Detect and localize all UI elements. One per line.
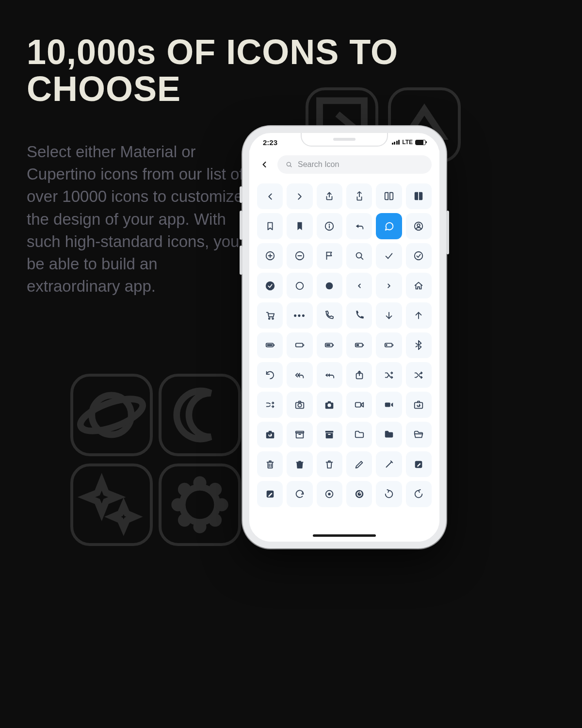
check-circle-icon[interactable] — [406, 243, 432, 269]
share-box-icon[interactable] — [346, 362, 372, 388]
shuffle-icon[interactable] — [376, 362, 402, 388]
svg-rect-55 — [415, 402, 423, 408]
svg-line-13 — [290, 165, 291, 167]
home-icon[interactable] — [406, 273, 432, 298]
camera-rotate-icon[interactable] — [406, 392, 432, 417]
shuffle-alt-icon[interactable] — [406, 362, 432, 388]
battery-empty-icon[interactable] — [287, 332, 312, 358]
svg-marker-52 — [361, 402, 363, 407]
folder-fill-icon[interactable] — [376, 422, 402, 447]
circle-fill-icon[interactable] — [317, 273, 342, 298]
info-circle-icon[interactable] — [317, 213, 342, 239]
book-open-icon[interactable] — [376, 183, 402, 209]
page-body-copy: Select either Material or Cupertino icon… — [27, 141, 250, 298]
svg-point-29 — [326, 282, 333, 289]
svg-rect-35 — [267, 345, 272, 347]
check-circle-fill-icon[interactable] — [257, 273, 283, 298]
battery-full-icon[interactable] — [257, 332, 283, 358]
chevron-right-small-icon[interactable] — [376, 273, 402, 298]
trash-icon[interactable] — [257, 451, 283, 477]
svg-rect-53 — [385, 402, 390, 407]
bookmark-icon[interactable] — [257, 213, 283, 239]
icon-grid: ••• — [249, 181, 439, 527]
flag-icon[interactable] — [317, 243, 342, 269]
undo-icon[interactable] — [257, 362, 283, 388]
trash-alt-icon[interactable] — [317, 451, 342, 477]
check-icon[interactable] — [376, 243, 402, 269]
video-fill-icon[interactable] — [376, 392, 402, 417]
svg-rect-63 — [296, 462, 304, 463]
battery-icon — [415, 140, 426, 145]
svg-point-69 — [355, 490, 363, 498]
search-input[interactable]: Search Icon — [277, 155, 432, 174]
svg-line-25 — [361, 258, 363, 260]
back-button[interactable] — [257, 157, 272, 172]
chevron-left-small-icon[interactable] — [346, 273, 372, 298]
battery-50-icon[interactable] — [346, 332, 372, 358]
svg-point-4 — [196, 480, 203, 486]
folder-open-icon[interactable] — [406, 422, 432, 447]
camera-fill-icon[interactable] — [317, 392, 342, 417]
svg-point-2 — [77, 393, 146, 438]
trash-fill-icon[interactable] — [287, 451, 312, 477]
svg-rect-46 — [386, 345, 388, 347]
status-network: LTE — [402, 139, 413, 146]
search-placeholder: Search Icon — [298, 160, 339, 169]
plus-circle-icon[interactable] — [257, 243, 283, 269]
archive-icon[interactable] — [287, 422, 312, 447]
folder-icon[interactable] — [346, 422, 372, 447]
bg-tile-sparkles-icon — [70, 463, 153, 546]
camera-rotate-fill-icon[interactable] — [257, 422, 283, 447]
svg-point-7 — [218, 501, 225, 508]
shuffle-2-icon[interactable] — [257, 392, 283, 417]
user-circle-icon[interactable] — [406, 213, 432, 239]
target-icon[interactable] — [317, 481, 342, 507]
arrow-down-icon[interactable] — [376, 302, 402, 328]
edit-square-fill-icon[interactable] — [257, 481, 283, 507]
refresh-cw-icon[interactable] — [287, 481, 312, 507]
minus-circle-icon[interactable] — [287, 243, 312, 269]
svg-point-6 — [175, 501, 181, 508]
phone-fill-icon[interactable] — [346, 302, 372, 328]
rotate-cw-icon[interactable] — [376, 481, 402, 507]
pencil-icon[interactable] — [346, 451, 372, 477]
battery-75-icon[interactable] — [317, 332, 342, 358]
arrow-up-icon[interactable] — [406, 302, 432, 328]
svg-point-8 — [181, 486, 188, 493]
svg-point-30 — [268, 318, 270, 319]
camera-icon[interactable] — [287, 392, 312, 417]
phone-notch — [301, 133, 388, 147]
chat-bubble-icon[interactable] — [376, 213, 402, 239]
svg-point-11 — [212, 517, 219, 524]
reply-all-icon[interactable] — [287, 362, 312, 388]
archive-fill-icon[interactable] — [317, 422, 342, 447]
svg-rect-57 — [296, 431, 304, 433]
svg-point-16 — [329, 224, 330, 225]
share-up-fill-icon[interactable] — [346, 183, 372, 209]
chevron-right-icon[interactable] — [287, 183, 312, 209]
circle-icon[interactable] — [287, 273, 312, 298]
cart-icon[interactable] — [257, 302, 283, 328]
video-icon[interactable] — [346, 392, 372, 417]
bg-tile-moon-icon — [159, 374, 241, 456]
phone-icon[interactable] — [317, 302, 342, 328]
search-icon[interactable] — [346, 243, 372, 269]
chevron-left-icon[interactable] — [257, 183, 283, 209]
share-up-icon[interactable] — [317, 183, 342, 209]
pencil-alt-icon[interactable] — [376, 451, 402, 477]
refresh-ccw-fill-icon[interactable] — [346, 481, 372, 507]
reply-icon[interactable] — [346, 213, 372, 239]
svg-point-12 — [287, 162, 291, 166]
bookmark-fill-icon[interactable] — [287, 213, 312, 239]
status-time: 2:23 — [263, 138, 277, 147]
svg-point-10 — [181, 517, 188, 524]
reply-all-fill-icon[interactable] — [317, 362, 342, 388]
home-indicator — [313, 534, 376, 537]
rotate-ccw-icon[interactable] — [406, 481, 432, 507]
battery-25-icon[interactable] — [376, 332, 402, 358]
edit-square-icon[interactable] — [406, 451, 432, 477]
ellipsis-icon[interactable]: ••• — [287, 302, 312, 328]
book-fill-icon[interactable] — [406, 183, 432, 209]
bluetooth-icon[interactable] — [406, 332, 432, 358]
svg-rect-59 — [325, 431, 334, 433]
